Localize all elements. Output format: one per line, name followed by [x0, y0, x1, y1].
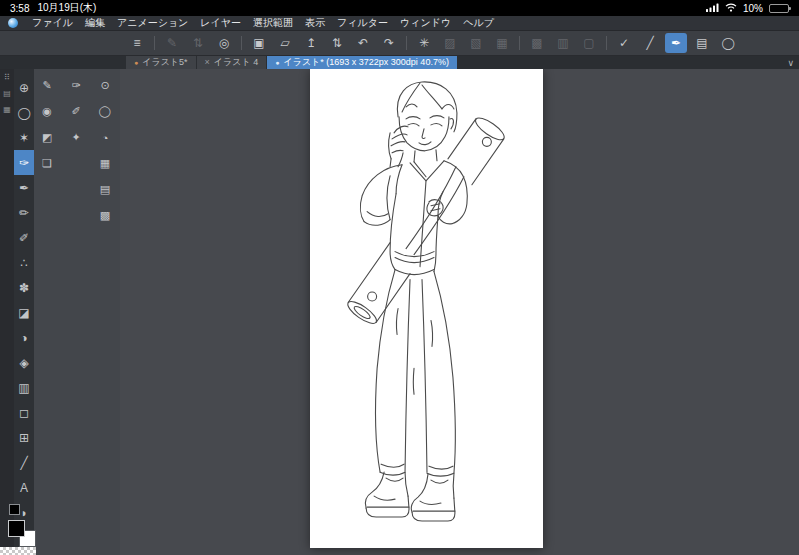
color-set-icon[interactable]: ▦	[96, 155, 114, 172]
small-color-swatch[interactable]	[9, 504, 20, 515]
main-color-swatch[interactable]	[8, 520, 25, 537]
move-tool[interactable]: ⊕	[14, 75, 34, 100]
paint-brush-tool[interactable]: ✐	[14, 225, 34, 250]
touch-gesture-button[interactable]: ◎	[213, 33, 235, 53]
decoration-tool[interactable]: ✽	[14, 275, 34, 300]
snap-check-button[interactable]: ✓	[613, 33, 635, 53]
toolbar-button-icon: ↥	[306, 36, 316, 50]
pen-mode-button[interactable]: ✒	[665, 33, 687, 53]
brush-subtool-icon[interactable]: ✐	[67, 103, 85, 120]
color-drop-icon[interactable]: ◔	[96, 129, 114, 146]
toolbar-button-icon: ⇅	[332, 36, 342, 50]
menu-item[interactable]: レイヤー	[194, 16, 247, 30]
tool-button-icon: ◻	[19, 406, 29, 420]
panel-icon-glyph: ◔	[102, 132, 109, 144]
panel-icon-glyph: ▤	[100, 183, 110, 196]
tab-illust5[interactable]: ● イラスト5*	[126, 56, 196, 69]
tool-button-icon: ∴	[20, 256, 28, 270]
dock-grip-icon[interactable]: ⠿	[4, 74, 10, 82]
magnifier-icon[interactable]: ⊙	[96, 77, 114, 94]
main-menu-button[interactable]: ≡	[126, 33, 148, 53]
open-file-button[interactable]: ▱	[274, 33, 296, 53]
clear-selection-button[interactable]: ▢	[578, 33, 600, 53]
tab-illust4[interactable]: × イラスト 4	[197, 56, 267, 69]
blend-tool[interactable]: ◑	[14, 325, 34, 350]
pen-tool[interactable]: ✒	[14, 175, 34, 200]
frame-border-tool[interactable]: ⊞	[14, 425, 34, 450]
invert-selection-button[interactable]: ▦	[491, 33, 513, 53]
magic-wand-tool[interactable]: ✶	[14, 125, 34, 150]
effect-subtool-icon[interactable]: ✦	[67, 129, 85, 146]
eyedropper-tool[interactable]: ✑	[14, 150, 34, 175]
menu-item[interactable]: ウィンドウ	[394, 16, 457, 30]
new-canvas-button[interactable]: ▣	[248, 33, 270, 53]
transparent-color-button[interactable]	[0, 547, 36, 555]
panel-toggle-icon-2[interactable]: ▦	[3, 106, 11, 114]
toolbar-button-icon: ≡	[133, 36, 140, 50]
panel-icon-glyph: ▩	[100, 209, 110, 222]
material-panel-icon[interactable]: ▩	[96, 207, 114, 224]
material-palette-button[interactable]: ▤	[691, 33, 713, 53]
cellular-icon	[706, 3, 719, 14]
deselect-button[interactable]: ▧	[465, 33, 487, 53]
menu-item[interactable]: 編集	[79, 16, 111, 30]
menu-item[interactable]: 表示	[299, 16, 331, 30]
text-tool[interactable]: A	[14, 475, 34, 500]
toolbar-button-icon: ◯	[721, 36, 734, 50]
menu-item[interactable]: ファイル	[26, 16, 79, 30]
tool-button-icon: ◑	[20, 331, 27, 345]
select-area-button[interactable]: ▨	[439, 33, 461, 53]
toolbar-button-icon: ▤	[696, 36, 707, 50]
panel-icon-glyph: ◉	[42, 105, 52, 118]
menu-item[interactable]: フィルター	[331, 16, 394, 30]
toolbar-button-icon: ✎	[167, 36, 177, 50]
canvas-workspace[interactable]	[120, 69, 799, 555]
tab-overflow-button[interactable]: ∨	[787, 56, 794, 69]
ruler-tool[interactable]: ╱	[14, 450, 34, 475]
auto-action-button[interactable]: ✎	[161, 33, 183, 53]
app-logo-icon[interactable]	[8, 18, 18, 28]
transfer-stepper-button[interactable]: ⇅	[326, 33, 348, 53]
panel-icon-glyph: ◯	[99, 105, 111, 118]
lasso-tool[interactable]: ◯	[14, 100, 34, 125]
menu-item[interactable]: 選択範囲	[247, 16, 299, 30]
redo-button[interactable]: ↷	[378, 33, 400, 53]
panel-icon-glyph: ✦	[71, 131, 80, 144]
gradient-tool[interactable]: ▥	[14, 375, 34, 400]
export-button[interactable]: ↥	[300, 33, 322, 53]
panel-icon-glyph: ✑	[71, 79, 80, 92]
canvas-document[interactable]	[310, 69, 543, 548]
fill-tool[interactable]: ◈	[14, 350, 34, 375]
crop-selection-button[interactable]: ▩	[526, 33, 548, 53]
color-wheel-icon[interactable]: ◯	[96, 103, 114, 120]
subtool-detail-panel-icon[interactable]: ✎	[38, 77, 56, 94]
panel-icon-glyph: ◩	[42, 131, 52, 144]
tool-button-icon: ✶	[19, 131, 29, 145]
pen-subtool-icon[interactable]: ✑	[67, 77, 85, 94]
undo-button[interactable]: ↶	[352, 33, 374, 53]
fill-selection-button[interactable]: ▥	[552, 33, 574, 53]
tool-button-icon: ✒	[19, 181, 29, 195]
character-line-art	[310, 69, 543, 548]
panel-icon-glyph: ✎	[42, 79, 51, 92]
color-history-icon[interactable]: ▤	[96, 181, 114, 198]
dock-icon-glyph: ▤	[3, 89, 11, 98]
loop-select-button[interactable]: ◯	[717, 33, 739, 53]
straight-line-button[interactable]: ╱	[639, 33, 661, 53]
toolbar-button-icon: ▣	[253, 36, 264, 50]
figure-tool[interactable]: ◻	[14, 400, 34, 425]
eraser-tool[interactable]: ◪	[14, 300, 34, 325]
pencil-tool[interactable]: ✏	[14, 200, 34, 225]
layer-panel-icon[interactable]: ❏	[38, 155, 56, 172]
color-mix-panel-icon[interactable]: ◩	[38, 129, 56, 146]
menu-item[interactable]: アニメーション	[111, 16, 194, 30]
panel-toggle-icon-1[interactable]: ▤	[3, 90, 11, 98]
tab-status-icon: ●	[275, 59, 279, 66]
tab-illust-active[interactable]: ● イラスト* (1693 x 3722px 300dpi 40.7%)	[267, 56, 457, 69]
airbrush-tool[interactable]: ∴	[14, 250, 34, 275]
value-stepper-button[interactable]: ⇅	[187, 33, 209, 53]
menu-item[interactable]: ヘルプ	[457, 16, 500, 30]
toolbar-button-icon: ✓	[619, 36, 629, 50]
rotate-reset-button[interactable]: ✳	[413, 33, 435, 53]
brush-size-panel-icon[interactable]: ◉	[38, 103, 56, 120]
